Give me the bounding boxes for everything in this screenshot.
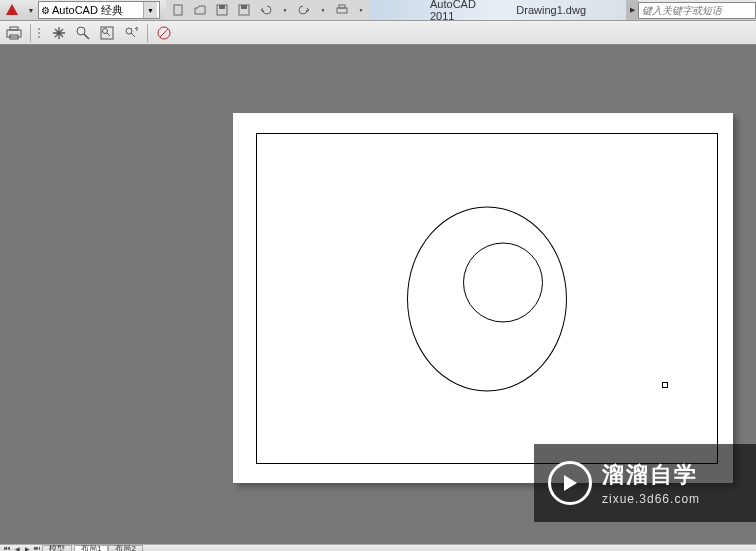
svg-rect-6 (337, 8, 347, 13)
workspace-gear-icon: ⚙ (41, 5, 50, 16)
app-menu-button[interactable] (2, 0, 22, 20)
drawing-area[interactable]: 溜溜自学 zixue.3d66.com (0, 45, 756, 544)
watermark-text-url: zixue.3d66.com (602, 492, 700, 506)
search-section: ▶ (626, 0, 756, 20)
cancel-button[interactable] (154, 23, 174, 43)
drawing-shapes (407, 206, 567, 391)
qat-save-button[interactable] (214, 2, 230, 18)
status-bar: ⏮ ◀ ▶ ⏭ 模型 布局1 布局2 (0, 544, 756, 551)
tab-model[interactable]: 模型 (42, 545, 72, 552)
document-title: Drawing1.dwg (516, 4, 586, 16)
title-bar: ▼ ⚙ AutoCAD 经典 ▼ ▼ ▼ ▼ AutoCAD 2011 Draw… (0, 0, 756, 21)
quick-access-toolbar: ▼ ▼ ▼ (166, 0, 370, 20)
qat-more-arrow-icon[interactable]: ▼ (356, 0, 366, 20)
paper-sheet (233, 113, 733, 483)
tab-next-button[interactable]: ▶ (22, 545, 32, 552)
workspace-label: AutoCAD 经典 (52, 3, 143, 18)
watermark-text-cn: 溜溜自学 (602, 460, 700, 490)
outer-ellipse (407, 206, 567, 391)
svg-point-14 (103, 28, 108, 33)
svg-rect-5 (241, 5, 247, 9)
svg-rect-3 (219, 5, 225, 9)
dropdown-arrow-icon[interactable]: ▼ (143, 2, 157, 18)
watermark-overlay: 溜溜自学 zixue.3d66.com (534, 444, 756, 522)
toolbar-separator (147, 24, 148, 42)
workspace-dropdown[interactable]: ⚙ AutoCAD 经典 ▼ (38, 1, 160, 19)
svg-point-11 (77, 27, 85, 35)
zoom-window-button[interactable] (97, 23, 117, 43)
app-menu-arrow-icon[interactable]: ▼ (26, 0, 36, 20)
cursor-pickbox-icon (662, 382, 668, 388)
zoom-previous-button[interactable] (121, 23, 141, 43)
pan-button[interactable] (49, 23, 69, 43)
tab-layout2[interactable]: 布局2 (108, 545, 142, 552)
svg-line-12 (84, 34, 89, 39)
tab-last-button[interactable]: ⏭ (32, 545, 42, 552)
svg-rect-7 (339, 5, 345, 8)
qat-print-button[interactable] (334, 2, 350, 18)
qat-undo-button[interactable] (258, 2, 274, 18)
svg-rect-1 (174, 5, 182, 15)
qat-redo-button[interactable] (296, 2, 312, 18)
app-title: AutoCAD 2011 (430, 0, 486, 22)
svg-rect-9 (10, 27, 18, 30)
inner-circle (463, 242, 543, 322)
toolbar-grip[interactable] (37, 24, 43, 42)
svg-line-17 (131, 33, 135, 37)
search-input[interactable] (638, 2, 756, 19)
zoom-realtime-button[interactable] (73, 23, 93, 43)
svg-line-15 (107, 33, 110, 36)
tab-layout1[interactable]: 布局1 (74, 545, 108, 552)
watermark-play-icon (548, 461, 592, 505)
info-center-arrow-icon[interactable]: ▶ (626, 0, 638, 20)
tab-prev-button[interactable]: ◀ (12, 545, 22, 552)
qat-saveas-button[interactable] (236, 2, 252, 18)
standard-toolbar (0, 21, 756, 45)
title-section: AutoCAD 2011 Drawing1.dwg (370, 0, 626, 20)
qat-open-button[interactable] (192, 2, 208, 18)
svg-line-19 (160, 29, 168, 37)
svg-marker-20 (564, 475, 577, 491)
svg-rect-8 (7, 30, 21, 37)
undo-arrow-icon[interactable]: ▼ (280, 0, 290, 20)
toolbar-separator (30, 24, 31, 42)
svg-marker-0 (6, 4, 18, 15)
plot-button[interactable] (4, 23, 24, 43)
redo-arrow-icon[interactable]: ▼ (318, 0, 328, 20)
qat-new-button[interactable] (170, 2, 186, 18)
viewport-border (256, 133, 718, 464)
tab-first-button[interactable]: ⏮ (2, 545, 12, 552)
